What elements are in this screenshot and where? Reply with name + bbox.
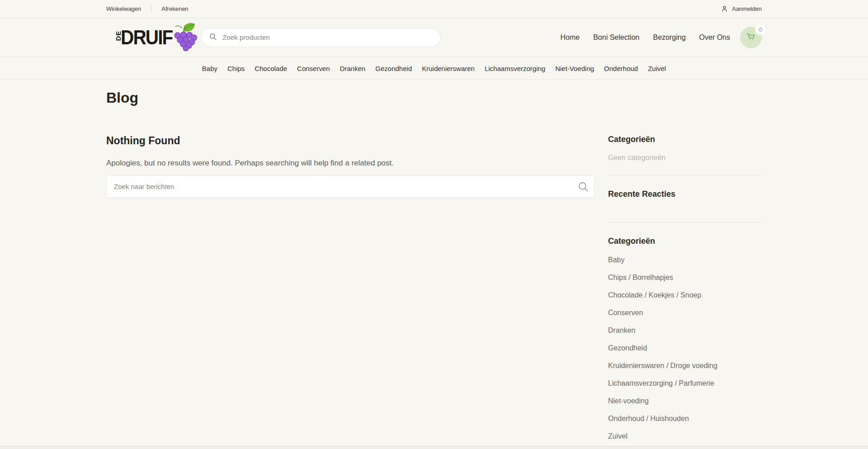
header-nav-link[interactable]: Home — [561, 33, 580, 42]
sidebar-category-item: Lichaamsverzorging / Parfumerie — [608, 379, 762, 388]
category-nav-link[interactable]: Zuivel — [648, 65, 666, 72]
checkout-page-link[interactable]: Afrekenen — [161, 5, 188, 12]
category-nav-link[interactable]: Chocolade — [255, 65, 287, 72]
header-nav-link[interactable]: Boni Selection — [593, 33, 639, 42]
sidebar-category-item: Kruidenierswaren / Droge voeding — [608, 362, 762, 370]
grapes-logo-icon — [172, 22, 198, 53]
blog-main: Nothing Found Apologies, but no results … — [106, 135, 594, 449]
sidebar-category-link[interactable]: Conserven — [608, 309, 643, 317]
search-icon — [209, 33, 217, 43]
sidebar-category-item: Zuivel — [608, 432, 762, 440]
cart-button[interactable]: 0 — [740, 27, 762, 48]
product-search-input[interactable] — [222, 33, 433, 42]
sidebar-category-link[interactable]: Dranken — [608, 327, 635, 334]
site-logo[interactable]: DE DRUIF — [114, 28, 177, 47]
nothing-found-message: Apologies, but no results were found. Pe… — [106, 157, 594, 169]
nothing-found-heading: Nothing Found — [106, 135, 594, 147]
category-nav: BabyChipsChocoladeConservenDrankenGezond… — [0, 57, 868, 80]
sidebar-product-categories-title: Categorieën — [608, 236, 762, 246]
page-content: Blog Nothing Found Apologies, but no res… — [106, 80, 762, 449]
header-nav: HomeBoni SelectionBezorgingOver Ons — [561, 33, 731, 42]
sidebar: Categorieën Geen categorieën Recente Rea… — [608, 135, 762, 449]
signin-link[interactable]: Aanmelden — [721, 5, 762, 13]
logo-main-text: DRUIF — [121, 28, 172, 47]
cart-page-link[interactable]: Winkelwagen — [106, 5, 141, 12]
category-nav-link[interactable]: Lichaamsverzorging — [485, 65, 545, 72]
category-nav-link[interactable]: Conserven — [297, 65, 330, 72]
sidebar-category-item: Niet-voeding — [608, 397, 762, 405]
sidebar-category-item: Onderhoud / Huishouden — [608, 415, 762, 423]
sidebar-category-item: Gezondheid — [608, 344, 762, 352]
category-nav-link[interactable]: Dranken — [340, 65, 366, 72]
category-nav-link[interactable]: Niet-Voeding — [555, 65, 594, 72]
page-title: Blog — [106, 80, 762, 106]
sidebar-category-list: BabyChips / BorrelhapjesChocolade / Koek… — [608, 256, 762, 440]
category-nav-link[interactable]: Gezondheid — [375, 65, 412, 72]
sidebar-category-link[interactable]: Baby — [608, 256, 624, 264]
sidebar-category-item: Baby — [608, 256, 762, 264]
sidebar-category-item: Chips / Borrelhapjes — [608, 274, 762, 282]
signin-label: Aanmelden — [732, 5, 762, 12]
sidebar-divider — [608, 175, 762, 175]
cart-count-badge: 0 — [755, 24, 766, 35]
sidebar-divider — [608, 222, 762, 222]
post-search-input[interactable] — [106, 175, 594, 198]
post-search-form — [106, 175, 594, 198]
category-nav-link[interactable]: Onderhoud — [604, 65, 638, 72]
sidebar-categories-empty: Geen categorieën — [608, 154, 762, 162]
sidebar-category-item: Conserven — [608, 309, 762, 317]
product-search — [201, 28, 441, 47]
sidebar-category-link[interactable]: Lichaamsverzorging / Parfumerie — [608, 380, 714, 387]
sidebar-categories-title: Categorieën — [608, 135, 762, 144]
sidebar-recent-comments-title: Recente Reacties — [608, 189, 762, 199]
sidebar-category-link[interactable]: Zuivel — [608, 433, 627, 440]
sidebar-category-item: Dranken — [608, 326, 762, 335]
person-icon — [721, 5, 728, 13]
footer-strip — [0, 446, 868, 449]
post-search-submit-button[interactable] — [577, 181, 589, 193]
category-nav-link[interactable]: Chips — [227, 65, 245, 72]
category-nav-link[interactable]: Kruidenierswaren — [422, 65, 475, 72]
sidebar-category-link[interactable]: Kruidenierswaren / Droge voeding — [608, 362, 717, 369]
sidebar-category-item: Chocolade / Koekjes / Snoep — [608, 291, 762, 299]
header-nav-link[interactable]: Bezorging — [653, 33, 685, 42]
header-nav-link[interactable]: Over Ons — [699, 33, 730, 42]
sidebar-category-link[interactable]: Gezondheid — [608, 345, 647, 352]
cart-icon — [745, 31, 756, 43]
sidebar-category-link[interactable]: Chocolade / Koekjes / Snoep — [608, 292, 701, 299]
topbar: Winkelwagen Afrekenen Aanmelden — [0, 0, 868, 18]
sidebar-category-link[interactable]: Chips / Borrelhapjes — [608, 274, 673, 281]
category-nav-link[interactable]: Baby — [202, 65, 217, 72]
topbar-divider — [151, 5, 151, 13]
sidebar-category-link[interactable]: Onderhoud / Huishouden — [608, 415, 689, 422]
header: DE DRUIF — [0, 18, 868, 57]
sidebar-category-link[interactable]: Niet-voeding — [608, 397, 649, 405]
